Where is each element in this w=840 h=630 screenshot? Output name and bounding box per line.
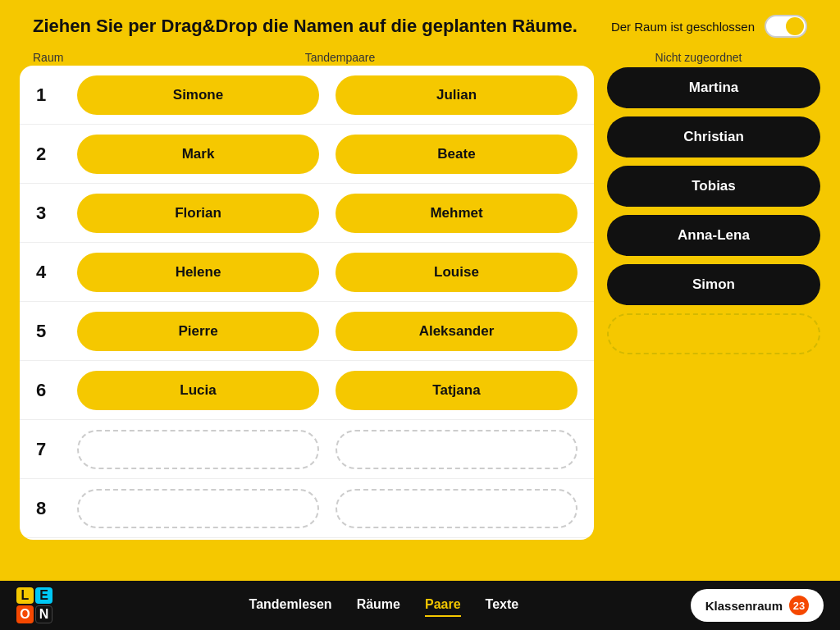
- unassigned-pill[interactable]: Christian: [607, 116, 820, 158]
- klassenraum-badge: 23: [789, 596, 809, 615]
- room-slot-2[interactable]: Tatjana: [336, 371, 578, 410]
- klassenraum-label: Klassenraum: [705, 599, 783, 613]
- table-row: 4HeleneLouise: [20, 243, 594, 302]
- room-number: 8: [36, 498, 77, 519]
- unassigned-empty-slot[interactable]: [607, 313, 820, 354]
- bottom-nav: L E O N TandemlesenRäumePaareTexte Klass…: [0, 581, 840, 630]
- unassigned-panel: MartinaChristianTobiasAnna-LenaSimon: [607, 66, 820, 540]
- table-row: 6LuciaTatjana: [20, 361, 594, 420]
- room-slot-1[interactable]: Helene: [77, 253, 319, 292]
- room-slot-1[interactable]: [77, 489, 319, 528]
- room-slot-2[interactable]: [336, 430, 578, 469]
- nav-item-texte[interactable]: Texte: [486, 594, 519, 617]
- logo-o: O: [16, 605, 34, 623]
- room-slot-2[interactable]: Aleksander: [336, 312, 578, 351]
- logo-l: L: [16, 587, 34, 604]
- room-number: 7: [36, 439, 77, 460]
- room-number: 2: [36, 144, 77, 165]
- room-slot-1[interactable]: Florian: [77, 194, 319, 233]
- page-title: Ziehen Sie per Drag&Drop die Namen auf d…: [33, 16, 578, 37]
- room-slot-2[interactable]: Louise: [336, 253, 578, 292]
- unassigned-pill[interactable]: Martina: [607, 67, 820, 108]
- table-row: 8: [20, 479, 594, 538]
- header: Ziehen Sie per Drag&Drop die Namen auf d…: [0, 0, 840, 46]
- room-slot-2[interactable]: [336, 489, 578, 528]
- table-row: 2MarkBeate: [20, 125, 594, 184]
- room-number: 5: [36, 321, 77, 342]
- room-closed-toggle[interactable]: [765, 15, 807, 38]
- col-header-raum: Raum: [33, 51, 98, 64]
- logo: L E O N: [16, 587, 52, 623]
- room-number: 3: [36, 203, 77, 224]
- room-slot-2[interactable]: Mehmet: [336, 194, 578, 233]
- nav-items: TandemlesenRäumePaareTexte: [77, 594, 691, 617]
- nav-item-tandemlesen[interactable]: Tandemlesen: [249, 594, 332, 617]
- room-slot-1[interactable]: Pierre: [77, 312, 319, 351]
- rooms-table: 1SimoneJulian2MarkBeate3FlorianMehmet4He…: [20, 66, 594, 540]
- room-number: 4: [36, 262, 77, 283]
- unassigned-pill[interactable]: Simon: [607, 264, 820, 305]
- nav-item-paare[interactable]: Paare: [425, 594, 461, 617]
- room-slot-1[interactable]: Mark: [77, 135, 319, 174]
- toggle-label: Der Raum ist geschlossen: [611, 20, 755, 34]
- room-number: 1: [36, 84, 77, 106]
- logo-n: N: [35, 605, 52, 623]
- table-row: 5PierreAleksander: [20, 302, 594, 361]
- table-row: 1SimoneJulian: [20, 66, 594, 125]
- column-headers: Raum Tandempaare Nicht zugeordnet: [0, 46, 840, 66]
- unassigned-pill[interactable]: Tobias: [607, 166, 820, 207]
- col-header-nicht: Nicht zugeordnet: [582, 51, 807, 64]
- nav-item-räume[interactable]: Räume: [357, 594, 400, 617]
- room-slot-1[interactable]: [77, 430, 319, 469]
- table-row: 7: [20, 420, 594, 479]
- unassigned-pill[interactable]: Anna-Lena: [607, 215, 820, 256]
- table-row: 3FlorianMehmet: [20, 184, 594, 243]
- toggle-area: Der Raum ist geschlossen: [611, 15, 807, 38]
- col-header-tandempaare: Tandempaare: [98, 51, 582, 64]
- room-slot-1[interactable]: Lucia: [77, 371, 319, 410]
- logo-e: E: [35, 587, 52, 604]
- klassenraum-button[interactable]: Klassenraum 23: [691, 589, 824, 622]
- table-row: 9: [20, 538, 594, 540]
- room-slot-2[interactable]: Julian: [336, 75, 578, 115]
- room-slot-1[interactable]: Simone: [77, 75, 319, 115]
- main-content: 1SimoneJulian2MarkBeate3FlorianMehmet4He…: [0, 66, 840, 540]
- room-slot-2[interactable]: Beate: [336, 135, 578, 174]
- room-number: 6: [36, 380, 77, 401]
